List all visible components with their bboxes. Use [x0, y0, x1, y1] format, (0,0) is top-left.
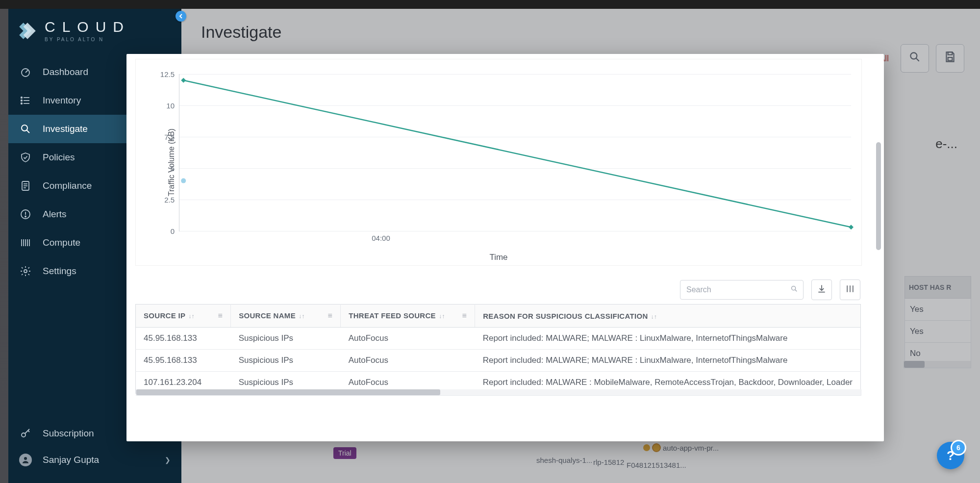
chart-ytick: 12.5 — [160, 70, 175, 78]
table-row[interactable]: 45.95.168.133Suspicious IPsAutoFocusRepo… — [136, 350, 861, 372]
sidebar-user-name: Sanjay Gupta — [43, 455, 99, 465]
modal-vscrollbar[interactable] — [876, 142, 881, 397]
save-icon — [944, 51, 956, 66]
left-gutter — [0, 9, 8, 483]
column-menu-icon[interactable]: ≡ — [462, 311, 467, 320]
svg-point-3 — [21, 97, 23, 99]
svg-point-33 — [792, 286, 796, 290]
chevron-right-icon: ❯ — [165, 456, 171, 464]
svg-point-9 — [22, 125, 27, 131]
header-save-button[interactable] — [936, 44, 964, 73]
sort-icon: ↓↑ — [299, 313, 305, 320]
sidebar-item-label: Compliance — [43, 180, 92, 191]
svg-point-32 — [181, 178, 186, 183]
column-menu-icon[interactable]: ≡ — [218, 311, 223, 320]
list-icon — [19, 94, 32, 107]
table-hscrollbar[interactable] — [136, 389, 861, 396]
sort-icon: ↓↑ — [439, 313, 445, 320]
bg-col-cell: Yes — [905, 321, 971, 343]
window-topbar — [0, 0, 980, 9]
table-row[interactable]: 45.95.168.133Suspicious IPsAutoFocusRepo… — [136, 328, 861, 350]
svg-point-25 — [24, 457, 27, 460]
svg-point-23 — [24, 270, 27, 273]
chart-ytick: 7.5 — [164, 133, 175, 141]
sidebar-item-label: Investigate — [43, 124, 88, 134]
trial-badge: Trial — [333, 447, 356, 459]
svg-marker-31 — [849, 225, 854, 229]
sort-icon: ↓↑ — [188, 313, 195, 320]
svg-point-24 — [22, 433, 25, 437]
svg-point-17 — [25, 216, 26, 217]
table-cell: Report included: MALWARE; MALWARE : Linu… — [475, 328, 861, 350]
gear-icon — [19, 265, 32, 278]
sidebar-user[interactable]: Sanjay Gupta ❯ — [8, 447, 181, 473]
key-icon — [19, 427, 32, 440]
investigate-detail-modal: Traffic Volume (KB) 02.557.51012.504:00 … — [126, 54, 884, 441]
bg-col-cell: Yes — [905, 299, 971, 321]
document-icon — [19, 179, 32, 192]
brand: CLOUD BY PALO ALTO N — [8, 9, 181, 55]
page-title: Investigate — [201, 23, 281, 42]
svg-line-34 — [795, 290, 797, 292]
gauge-icon — [19, 66, 32, 78]
bg-rlp-label: rlp-15812 — [593, 458, 624, 466]
columns-button[interactable] — [840, 280, 860, 300]
help-badge: 6 — [951, 440, 966, 456]
svg-point-26 — [910, 52, 917, 59]
table-cell: 45.95.168.133 — [136, 328, 231, 350]
sidebar-item-label: Dashboard — [43, 67, 88, 77]
brand-subtitle: BY PALO ALTO N — [45, 37, 130, 42]
download-button[interactable] — [811, 280, 832, 300]
table-cell: 45.95.168.133 — [136, 350, 231, 372]
background-truncated-label: e-... — [935, 136, 957, 152]
search-icon — [908, 51, 921, 66]
chart-plot-area: 02.557.51012.504:00 — [179, 74, 851, 231]
table-cell: Suspicious IPs — [231, 328, 341, 350]
svg-line-27 — [916, 58, 919, 61]
table-search-input[interactable] — [685, 285, 790, 295]
col-header-source-name[interactable]: SOURCE NAME↓↑ ≡ — [231, 305, 341, 328]
table-cell: AutoFocus — [341, 328, 475, 350]
svg-rect-29 — [948, 57, 953, 61]
chart-ytick: 2.5 — [164, 196, 175, 204]
status-dot-icon — [643, 444, 650, 451]
svg-rect-28 — [948, 52, 953, 54]
sidebar-item-label: Policies — [43, 152, 75, 163]
sidebar-item-label: Inventory — [43, 95, 81, 106]
col-header-source-ip[interactable]: SOURCE IP↓↑ ≡ — [136, 305, 231, 328]
table-cell: AutoFocus — [341, 350, 475, 372]
status-dot-icon — [652, 443, 661, 452]
brand-logo-icon — [17, 21, 38, 41]
sidebar-item-label: Alerts — [43, 209, 67, 220]
svg-point-7 — [21, 103, 23, 104]
traffic-chart: Traffic Volume (KB) 02.557.51012.504:00 … — [135, 59, 862, 266]
background-hscrollbar[interactable] — [904, 361, 971, 368]
bg-col-header: HOST HAS R — [905, 276, 971, 299]
shield-check-icon — [19, 151, 32, 164]
bg-fnum-label: F048121513481... — [627, 461, 686, 469]
bg-shesh-label: shesh-qualys-1... — [536, 456, 592, 464]
chart-ytick: 10 — [166, 102, 175, 110]
svg-point-5 — [21, 100, 23, 102]
brand-title: CLOUD — [45, 20, 130, 34]
col-header-threat-feed[interactable]: THREAT FEED SOURCE↓↑ ≡ — [341, 305, 475, 328]
chart-x-axis-label: Time — [489, 253, 507, 262]
sidebar-collapse-toggle[interactable] — [176, 11, 186, 22]
bg-auto-app-label: auto-app-vm-pr... — [663, 444, 719, 452]
sidebar-item-label: Settings — [43, 266, 76, 277]
table-search[interactable] — [680, 280, 804, 300]
column-menu-icon[interactable]: ≡ — [328, 311, 333, 320]
header-search-button[interactable] — [901, 44, 929, 73]
search-icon — [790, 285, 798, 295]
sidebar-subscription-label: Subscription — [43, 428, 94, 439]
avatar-icon — [19, 454, 32, 466]
columns-icon — [845, 284, 855, 296]
table-header-row: SOURCE IP↓↑ ≡ SOURCE NAME↓↑ ≡ THREAT FEE… — [136, 305, 861, 328]
chart-ytick: 5 — [171, 164, 175, 173]
col-header-reason[interactable]: REASON FOR SUSPICIOUS CLASSIFICATION↓↑ — [475, 305, 861, 328]
results-table: SOURCE IP↓↑ ≡ SOURCE NAME↓↑ ≡ THREAT FEE… — [135, 304, 861, 394]
sidebar-item-label: Compute — [43, 237, 80, 248]
help-button[interactable]: ? 6 — [937, 442, 964, 469]
svg-marker-30 — [181, 78, 186, 83]
alert-icon — [19, 208, 32, 221]
